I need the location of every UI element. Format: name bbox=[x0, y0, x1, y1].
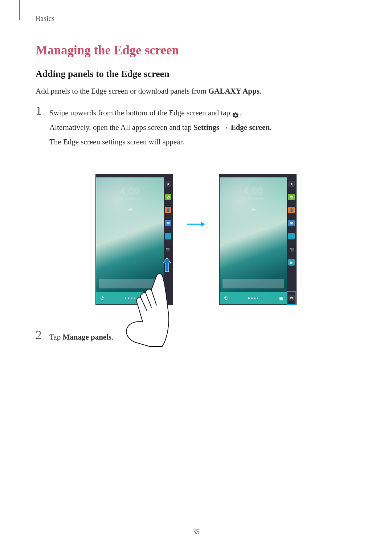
edge-panel-before: ★ ✆ 👤 ✉ 🌐 📷 bbox=[164, 175, 172, 304]
contacts-icon: 👤 bbox=[164, 204, 172, 217]
contacts-icon-2: 👤 bbox=[287, 204, 296, 217]
intro-text: Add panels to the Edge screen or downloa… bbox=[36, 87, 208, 95]
settings-icon: ✿ bbox=[287, 291, 296, 304]
phone-before: 4:00 Tue, 30 September ☁ ✆ ▦ ★ bbox=[95, 174, 173, 305]
nav-phone-icon: ✆ bbox=[100, 296, 105, 301]
phone-nav-bar2: ✆ ▦ bbox=[220, 292, 287, 304]
phone-before-wrap: 4:00 Tue, 30 September ☁ ✆ ▦ ★ bbox=[95, 174, 173, 305]
step1-line2-bold2: Edge screen bbox=[231, 123, 270, 132]
subsection-title: Adding panels to the Edge screen bbox=[36, 69, 356, 79]
phone-nav-bar: ✆ ▦ bbox=[96, 292, 164, 304]
clock-time2: 4:00 bbox=[220, 185, 287, 197]
phone-clock-widget: 4:00 Tue, 30 September bbox=[96, 185, 164, 200]
arrow-right-icon bbox=[186, 221, 206, 229]
edge-panel-after: ★ ✆ 👤 ✉ 🌐 📷 ▶ ✿ bbox=[287, 175, 296, 304]
phone-main-screen-after: 4:00 Tue, 30 September ☁ ✆ ▦ bbox=[220, 175, 287, 304]
star-icon-2: ★ bbox=[287, 177, 296, 190]
phone-weather-widget2: ☁ bbox=[220, 205, 287, 212]
phone-status-bar bbox=[96, 175, 164, 177]
nav-page-indicator bbox=[125, 297, 135, 299]
phone-after-wrap: 4:00 Tue, 30 September ☁ ✆ ▦ ★ bbox=[219, 174, 297, 305]
intro-bold: GALAXY Apps bbox=[208, 87, 260, 95]
messages-icon: ✉ bbox=[164, 217, 172, 230]
phone-search-bar2 bbox=[222, 279, 284, 288]
nav-apps-icon2: ▦ bbox=[278, 296, 283, 301]
step-1-body: Swipe upwards from the bottom of the Edg… bbox=[49, 106, 271, 149]
step2-prefix: Tap bbox=[49, 333, 62, 341]
nav-apps-icon: ▦ bbox=[155, 296, 160, 301]
section-label: Basics bbox=[36, 15, 356, 23]
phone-search-bar bbox=[99, 279, 161, 288]
step-2-body: Tap Manage panels. bbox=[49, 330, 113, 345]
intro-paragraph: Add panels to the Edge screen or downloa… bbox=[36, 86, 356, 97]
step-number-2: 2 bbox=[36, 329, 49, 341]
page-title: Managing the Edge screen bbox=[36, 43, 356, 58]
phone-weather-widget: ☁ bbox=[96, 205, 164, 212]
header-rule bbox=[19, 0, 20, 20]
nav-page-indicator2 bbox=[248, 297, 258, 299]
step1-line1-suffix: . bbox=[239, 108, 241, 117]
step-number-1: 1 bbox=[36, 104, 49, 117]
step2-suffix: . bbox=[111, 333, 113, 341]
browser-icon-2: 🌐 bbox=[287, 230, 296, 243]
step2-bold: Manage panels bbox=[62, 333, 111, 341]
camera-icon: 📷 bbox=[164, 243, 172, 256]
swipe-up-arrow-icon bbox=[162, 257, 172, 274]
nav-phone-icon2: ✆ bbox=[223, 296, 228, 301]
phone-clock-widget2: 4:00 Tue, 30 September bbox=[220, 185, 287, 200]
camera-icon-2: 📷 bbox=[287, 243, 296, 256]
step1-line2-suffix: . bbox=[270, 123, 271, 132]
page-number: 35 bbox=[0, 528, 392, 536]
clock-date: Tue, 30 September bbox=[96, 197, 164, 200]
step1-line2-bold1: Settings bbox=[193, 123, 219, 132]
step1-line2-prefix: Alternatively, open the All apps screen … bbox=[49, 123, 193, 132]
phone-status-bar2 bbox=[220, 175, 287, 177]
browser-icon: 🌐 bbox=[164, 230, 172, 243]
clock-time: 4:00 bbox=[96, 185, 164, 197]
step-1: 1 Swipe upwards from the bottom of the E… bbox=[36, 106, 356, 149]
phone-icon-2: ✆ bbox=[287, 190, 296, 204]
gear-icon bbox=[232, 110, 239, 117]
step1-line1-prefix: Swipe upwards from the bottom of the Edg… bbox=[49, 108, 232, 117]
phone-after: 4:00 Tue, 30 September ☁ ✆ ▦ ★ bbox=[219, 174, 297, 305]
intro-suffix: . bbox=[260, 87, 261, 95]
step-2: 2 Tap Manage panels. bbox=[36, 330, 356, 345]
phone-main-screen: 4:00 Tue, 30 September ☁ ✆ ▦ bbox=[96, 175, 164, 304]
instruction-figure: 4:00 Tue, 30 September ☁ ✆ ▦ ★ bbox=[36, 156, 356, 323]
messages-icon-2: ✉ bbox=[287, 217, 296, 230]
star-icon: ★ bbox=[164, 177, 172, 190]
clock-date2: Tue, 30 September bbox=[220, 197, 287, 200]
phone-icon: ✆ bbox=[164, 190, 172, 204]
play-store-icon: ▶ bbox=[287, 256, 296, 269]
step1-line3: The Edge screen settings screen will app… bbox=[49, 138, 184, 146]
arrow-right-text: → bbox=[219, 123, 231, 132]
